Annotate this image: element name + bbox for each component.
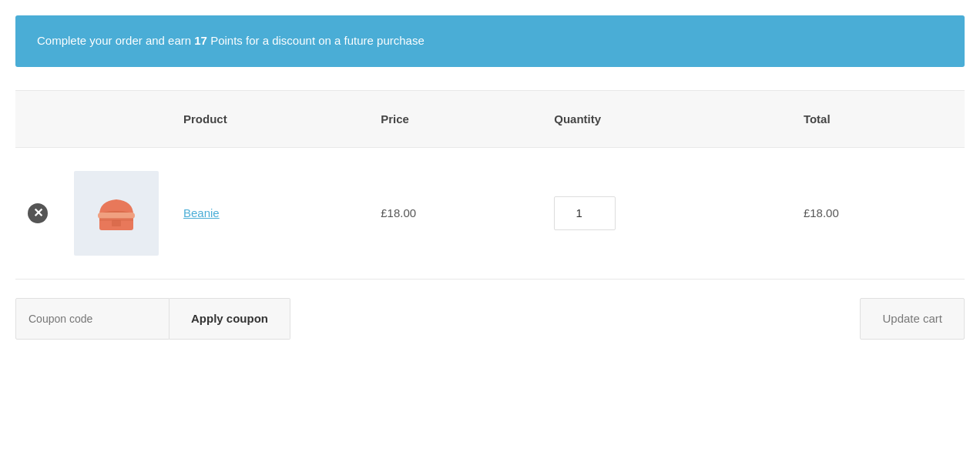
col-total-header: Total — [791, 90, 965, 147]
product-image-wrapper — [74, 171, 159, 256]
banner-suffix: Points for a discount on a future purcha… — [207, 34, 425, 47]
col-quantity-header: Quantity — [542, 90, 791, 147]
svg-rect-4 — [112, 220, 121, 226]
svg-rect-2 — [98, 213, 135, 219]
table-row: ✕ — [15, 147, 965, 279]
col-price-header: Price — [368, 90, 542, 147]
points-banner: Complete your order and earn 17 Points f… — [15, 15, 965, 67]
product-link[interactable]: Beanie — [183, 206, 220, 219]
banner-prefix: Complete your order and earn — [37, 34, 194, 47]
col-image-header — [62, 90, 171, 147]
remove-icon: ✕ — [28, 203, 48, 223]
cart-table: Product Price Quantity Total ✕ — [15, 90, 965, 280]
col-remove-header — [15, 90, 62, 147]
total-text: £18.00 — [804, 206, 839, 219]
coupon-input[interactable] — [15, 298, 169, 340]
product-name-cell: Beanie — [171, 147, 368, 279]
product-total-cell: £18.00 — [791, 147, 965, 279]
coupon-area: Apply coupon — [15, 298, 290, 340]
cart-actions: Apply coupon Update cart — [15, 298, 965, 340]
remove-cell: ✕ — [15, 147, 62, 279]
product-quantity-cell — [542, 147, 791, 279]
remove-button[interactable]: ✕ — [28, 203, 48, 223]
update-cart-button[interactable]: Update cart — [860, 298, 965, 340]
apply-coupon-button[interactable]: Apply coupon — [169, 298, 290, 340]
quantity-input[interactable] — [554, 196, 616, 230]
product-price-cell: £18.00 — [368, 147, 542, 279]
product-image-icon — [89, 186, 144, 241]
cart-header-row: Product Price Quantity Total — [15, 90, 965, 147]
price-text: £18.00 — [381, 206, 416, 219]
col-product-header: Product — [171, 90, 368, 147]
banner-points: 17 — [194, 34, 207, 47]
product-image-cell — [62, 147, 171, 279]
page-wrapper: Complete your order and earn 17 Points f… — [0, 0, 980, 355]
